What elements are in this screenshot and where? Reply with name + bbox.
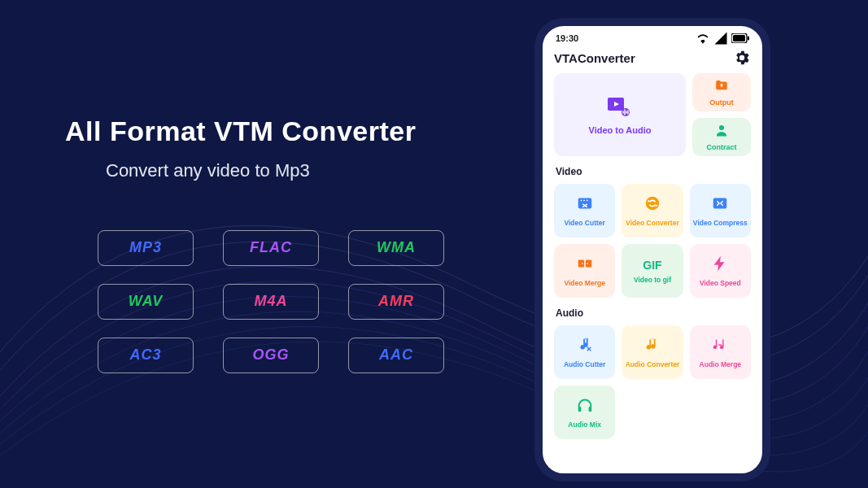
person-icon — [714, 123, 729, 141]
format-chip-ogg: OGG — [223, 338, 319, 373]
video-speed-tile[interactable]: Video Speed — [690, 244, 751, 298]
status-icons — [696, 31, 749, 46]
folder-icon — [714, 78, 729, 96]
format-chip-mp3: MP3 — [98, 230, 194, 266]
output-card[interactable]: Output — [692, 73, 751, 111]
audio-cutter-tile[interactable]: Audio Cutter — [554, 325, 615, 379]
merge-icon — [576, 255, 594, 276]
svg-point-10 — [586, 199, 587, 201]
svg-point-9 — [583, 199, 585, 201]
phone-mockup: 19:30 VTAConverter — [534, 18, 770, 481]
format-chip-flac: FLAC — [223, 230, 319, 266]
audiocut-icon — [576, 336, 594, 357]
format-chip-wav: WAV — [98, 284, 194, 320]
audioconv-icon — [643, 336, 661, 357]
svg-rect-2 — [748, 37, 749, 41]
format-chip-wma: WMA — [348, 230, 444, 266]
contract-card[interactable]: Contract — [692, 118, 751, 156]
signal-icon — [713, 31, 728, 46]
svg-rect-15 — [578, 407, 581, 412]
wifi-icon — [696, 31, 710, 46]
compress-icon — [711, 194, 729, 216]
format-chip-ac3: AC3 — [98, 338, 194, 373]
format-chips: MP3FLACWMAWAVM4AAMRAC3OGGAAC — [65, 230, 502, 373]
video-compress-tile[interactable]: Video Compress — [690, 184, 751, 237]
cut-icon — [576, 194, 594, 216]
status-bar: 19:30 — [543, 26, 762, 47]
video-grid: Video CutterVideo ConverterVideo Compres… — [554, 184, 751, 298]
audio-merge-tile[interactable]: Audio Merge — [690, 325, 751, 379]
video-merge-tile[interactable]: Video Merge — [554, 244, 615, 298]
audiomerge-icon — [711, 336, 729, 357]
svg-rect-16 — [588, 407, 591, 412]
promo-title: All Format VTM Converter — [65, 115, 502, 147]
video-converter-tile[interactable]: Video Converter — [622, 184, 683, 237]
status-time: 19:30 — [556, 33, 578, 43]
svg-point-6 — [719, 125, 724, 130]
format-chip-m4a: M4A — [223, 284, 319, 320]
video-audio-icon — [606, 94, 634, 119]
video-to-audio-card[interactable]: Video to Audio — [554, 73, 686, 156]
convert-icon — [643, 194, 661, 216]
section-title-video: Video — [556, 166, 751, 177]
audio-converter-tile[interactable]: Audio Converter — [622, 325, 683, 379]
audio-grid: Audio CutterAudio ConverterAudio MergeAu… — [554, 325, 751, 439]
svg-point-8 — [580, 199, 582, 201]
gif-icon: GIF — [643, 258, 661, 272]
gear-icon[interactable] — [733, 49, 751, 67]
battery-icon — [731, 33, 749, 43]
section-title-audio: Audio — [556, 307, 751, 319]
speed-icon — [711, 255, 729, 276]
svg-point-11 — [646, 197, 660, 211]
app-title: VTAConverter — [554, 51, 635, 65]
headphone-icon — [576, 396, 594, 417]
promo-subtitle: Convert any video to Mp3 — [65, 160, 502, 181]
format-chip-aac: AAC — [348, 338, 444, 373]
format-chip-amr: AMR — [348, 284, 444, 320]
video-cutter-tile[interactable]: Video Cutter — [554, 184, 615, 237]
svg-rect-1 — [733, 35, 745, 41]
audio-mix-tile[interactable]: Audio Mix — [554, 386, 615, 439]
svg-rect-7 — [578, 198, 591, 209]
video-to-gif-tile[interactable]: GIFVideo to gif — [622, 244, 683, 298]
